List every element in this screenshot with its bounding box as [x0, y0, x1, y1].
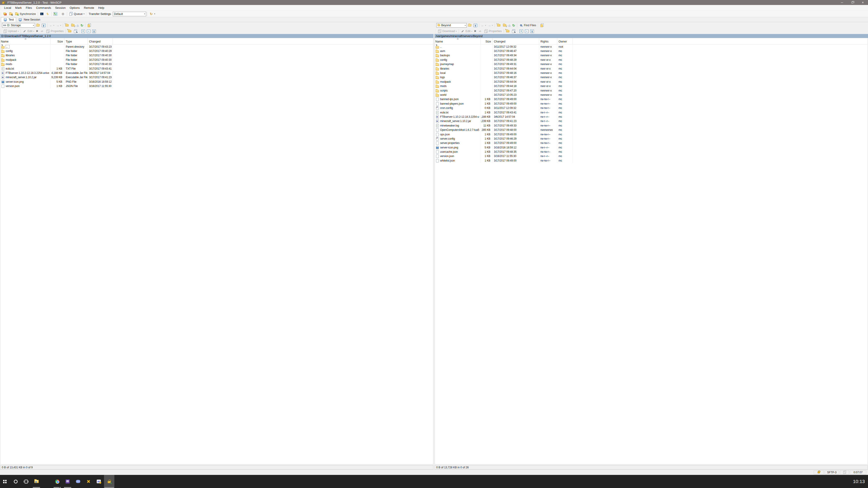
- file-row[interactable]: OpenComputersMod-1.6.2.7-lua53-nati... 2…: [435, 128, 868, 132]
- upload-button[interactable]: Upload ▾: [2, 29, 20, 34]
- local-properties-button[interactable]: ✓ Properties: [45, 29, 65, 34]
- toolbar-grip[interactable]: [0, 24, 1, 27]
- remote-new-file-button[interactable]: ↘: [510, 29, 517, 34]
- remote-reduce-selection-button[interactable]: −: [524, 29, 529, 34]
- file-row[interactable]: minecraft_server.1.10.2.jar 9,239 KB Exe…: [0, 75, 433, 79]
- refresh-panels-button[interactable]: ↻: [53, 11, 58, 17]
- swap-panels-button[interactable]: ↻: [8, 11, 14, 17]
- column-header-size[interactable]: Size: [481, 38, 493, 44]
- file-row[interactable]: server-icon.png 5 KB 3/16/2016 18:59:12 …: [435, 145, 868, 150]
- column-header-changed[interactable]: Changed: [88, 38, 113, 44]
- session-tab[interactable]: Test: [1, 17, 16, 22]
- edge-button[interactable]: [41, 475, 52, 488]
- file-row[interactable]: mods File folder 3/17/2017 09:40:33: [0, 62, 433, 66]
- restore-button[interactable]: [847, 0, 858, 5]
- cortana-button[interactable]: [10, 475, 21, 488]
- column-header-name[interactable]: Name: [435, 38, 481, 44]
- menu-item[interactable]: Remote: [82, 5, 96, 11]
- local-root-directory-button[interactable]: ∕: [70, 23, 76, 28]
- menu-item[interactable]: Session: [53, 5, 68, 11]
- remote-parent-directory-button[interactable]: ↑: [496, 23, 502, 28]
- session-tab[interactable]: New Session: [16, 17, 42, 22]
- taskbar-clock[interactable]: 10:13: [853, 475, 865, 488]
- local-new-file-button[interactable]: ↘: [72, 29, 79, 34]
- file-row[interactable]: FTBserver-1.10.2-12.18.3.2254-universal.…: [0, 71, 433, 75]
- toolbar-grip[interactable]: [0, 29, 1, 33]
- local-edit-button[interactable]: Edit ▾: [22, 29, 35, 34]
- file-row[interactable]: whitelist.json 1 KB 3/17/2017 09:49:00 r…: [435, 158, 868, 163]
- queue-button[interactable]: Queue ▾: [68, 11, 86, 17]
- local-back-button[interactable]: ←▾: [49, 23, 55, 28]
- column-header-changed[interactable]: Changed: [493, 38, 539, 44]
- close-button[interactable]: ×: [858, 0, 868, 5]
- remote-back-button[interactable]: ←▾: [480, 23, 487, 28]
- menu-item[interactable]: Files: [24, 5, 34, 11]
- sync-panes-button[interactable]: [2, 11, 8, 17]
- file-row[interactable]: config File folder 3/17/2017 09:40:29: [0, 49, 433, 53]
- twitch-button[interactable]: [62, 475, 73, 488]
- file-row[interactable]: asm 3/17/2017 09:46:47 rwxrwxr-x mc: [435, 49, 868, 53]
- console-button[interactable]: >_: [39, 11, 45, 17]
- remote-rename-button[interactable]: ab: [477, 29, 483, 34]
- synchronize-button[interactable]: ↻ Synchronize: [14, 11, 37, 17]
- file-row[interactable]: banned-players.json 1 KB 3/17/2017 09:49…: [435, 101, 868, 106]
- toolbar-grip[interactable]: [435, 24, 436, 27]
- file-row[interactable]: journeymap 3/17/2017 09:49:31 rwxrwxr-x …: [435, 62, 868, 66]
- remote-directory-select[interactable]: Beyond ▾: [436, 23, 467, 28]
- download-button[interactable]: Download ▾: [436, 29, 458, 34]
- remote-delete-button[interactable]: ×: [473, 29, 477, 34]
- column-header-type[interactable]: Type: [64, 38, 88, 44]
- local-open-directory-button[interactable]: [35, 23, 41, 28]
- menu-item[interactable]: Commands: [34, 5, 53, 11]
- file-row[interactable]: logs 3/17/2017 09:46:37 rwxrwxr-x mc: [435, 75, 868, 79]
- file-row[interactable]: version.json 1 KB JSON File 3/16/2017 11…: [0, 84, 433, 88]
- file-row[interactable]: usercache.json 1 KB 3/17/2017 09:48:35 r…: [435, 150, 868, 154]
- file-row[interactable]: server.config 1 KB 3/17/2017 09:46:29 rw…: [435, 136, 868, 141]
- start-button[interactable]: [0, 475, 10, 488]
- local-forward-button[interactable]: →▾: [55, 23, 62, 28]
- menu-item[interactable]: Mark: [13, 5, 24, 11]
- toolbar-grip[interactable]: [517, 29, 518, 33]
- mirc-button[interactable]: m: [94, 475, 104, 488]
- file-row[interactable]: .. Parent directory 3/17/2017 09:43:23: [0, 44, 433, 49]
- local-home-button[interactable]: ⌂: [76, 23, 80, 28]
- file-explorer-button[interactable]: [31, 475, 41, 488]
- file-row[interactable]: .. 3/11/2017 12:09:32 rwxrwxr-x root: [435, 44, 868, 49]
- file-row[interactable]: minetweaker.log 11 KB 3/17/2017 09:49:33…: [435, 123, 868, 128]
- column-header-name[interactable]: Name: [0, 38, 51, 44]
- file-row[interactable]: libraries 3/17/2017 09:44:04 rwxr-xr-x m…: [435, 66, 868, 71]
- local-filter-button[interactable]: [41, 23, 46, 28]
- find-files-button[interactable]: Find Files: [518, 23, 537, 28]
- local-refresh-button[interactable]: ↻: [80, 23, 84, 28]
- file-row[interactable]: modpack 3/17/2017 09:44:04 rwxr-xr-x mc: [435, 79, 868, 84]
- toolbar-grip[interactable]: [0, 12, 1, 16]
- local-filter-selection-button[interactable]: [91, 29, 97, 34]
- transfer-settings-select[interactable]: Default ▾: [113, 12, 146, 16]
- task-view-button[interactable]: [21, 475, 31, 488]
- remote-properties-button[interactable]: ✓ Properties: [483, 29, 503, 34]
- file-row[interactable]: eula.txt 1 KB TXT File 3/17/2017 09:43:4…: [0, 66, 433, 71]
- toolbar-grip[interactable]: [0, 6, 1, 10]
- chrome-button[interactable]: [52, 475, 62, 488]
- menu-item[interactable]: Options: [68, 5, 82, 11]
- file-row[interactable]: version.json 1 KB 3/16/2017 11:55:30 rw-…: [435, 154, 868, 158]
- remote-filter-selection-button[interactable]: [529, 29, 535, 34]
- toolbar-grip[interactable]: [537, 24, 538, 27]
- custom-command-button[interactable]: ϟ: [45, 11, 51, 17]
- file-row[interactable]: FTBserver-1.10.2-12.18.3.2254-universal.…: [435, 115, 868, 119]
- local-drive-select[interactable]: D: Storage ▾: [2, 23, 35, 28]
- file-row[interactable]: modpack File folder 3/17/2017 09:40:30: [0, 58, 433, 62]
- file-row[interactable]: cron.config 0 KB 3/11/2017 12:09:32 rw-r…: [435, 106, 868, 110]
- toolbar-grip[interactable]: [435, 29, 436, 33]
- preferences-button[interactable]: ⚙: [60, 11, 66, 17]
- file-row[interactable]: ops.json 1 KB 3/17/2017 09:49:00 rw-rw-r…: [435, 132, 868, 136]
- file-row[interactable]: local 3/17/2017 09:48:16 rwxrwxr-x mc: [435, 71, 868, 75]
- file-row[interactable]: server-icon.png 5 KB PNG File 3/16/2016 …: [0, 79, 433, 84]
- local-path-bar[interactable]: D:\Downloads\FTBBeyondServer_1.2.0: [0, 34, 434, 38]
- file-row[interactable]: backups 3/17/2017 09:49:34 rwxrwxr-x mc: [435, 53, 868, 58]
- curse-button[interactable]: [83, 475, 94, 488]
- column-header-rights[interactable]: Rights: [539, 38, 557, 44]
- remote-open-directory-button[interactable]: [467, 23, 473, 28]
- file-row[interactable]: eula.txt 1 KB 3/17/2017 09:43:41 rw-r--r…: [435, 110, 868, 115]
- file-row[interactable]: scripts 3/17/2017 09:47:20 rwxrwxr-x mc: [435, 88, 868, 93]
